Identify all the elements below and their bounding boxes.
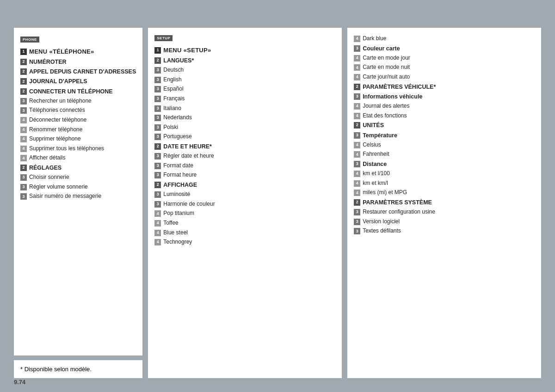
item-text: CONNECTER UN TÉLÉPHONE [29, 88, 113, 95]
list-item: 3Régler date et heure [154, 153, 335, 160]
item-text: Etat des fonctions [363, 112, 407, 120]
item-text: Format date [163, 162, 193, 170]
item-text: Déconnecter téléphone [29, 116, 86, 124]
list-item: 4Déconnecter téléphone [20, 116, 136, 124]
item-text: Version logiciel [363, 218, 400, 226]
level-badge: 2 [154, 57, 161, 64]
level-badge: 3 [154, 163, 161, 169]
list-item: 4km et km/l [354, 180, 535, 187]
level-badge: 3 [154, 115, 161, 121]
list-item: 3Température [354, 132, 535, 139]
middle-menu: 1MENU «SETUP»2LANGUES*3Deutsch3English3E… [154, 47, 335, 248]
page-number: 9.74 [14, 379, 25, 386]
level-badge: 3 [154, 105, 161, 112]
list-item: 2UNITÉS [354, 122, 535, 129]
item-text: LANGUES* [163, 57, 194, 64]
item-text: Blue steel [163, 229, 188, 237]
list-item: 2LANGUES* [154, 57, 335, 64]
level-badge: 3 [154, 86, 161, 92]
level-badge: 4 [154, 239, 161, 245]
list-item: 2CONNECTER UN TÉLÉPHONE [20, 88, 136, 95]
item-text: Supprimer tous les téléphones [29, 145, 104, 153]
list-item: 4Supprimer tous les téléphones [20, 145, 136, 153]
item-text: MENU «TÉLÉPHONE» [29, 48, 94, 56]
list-item: 2PARAMÈTRES SYSTÈME [354, 199, 535, 206]
level-badge: 4 [154, 230, 161, 236]
item-text: Restaurer configuration usine [363, 208, 435, 216]
left-menu: 1MENU «TÉLÉPHONE»2NUMÉROTER2APPEL DEPUIS… [20, 48, 136, 200]
item-text: Température [363, 132, 397, 139]
list-item: 4km et l/100 [354, 170, 535, 178]
footnote-box: * Disponible selon modèle. [14, 360, 142, 378]
level-badge: 4 [354, 103, 360, 110]
level-badge: 3 [354, 93, 360, 100]
level-badge: 4 [354, 142, 360, 148]
level-badge: 4 [354, 171, 360, 177]
list-item: 3Rechercher un téléphone [20, 98, 136, 105]
level-badge: 3 [154, 191, 161, 198]
list-item: 3Restaurer configuration usine [354, 208, 535, 216]
list-item: 4Dark blue [354, 35, 535, 43]
list-item: 4miles (mi) et MPG [354, 189, 535, 196]
page-container: PHONE 1MENU «TÉLÉPHONE»2NUMÉROTER2APPEL … [0, 0, 555, 392]
level-badge: 4 [20, 146, 27, 152]
item-text: Technogrey [163, 239, 192, 246]
right-column: 4Dark blue3Couleur carte4Carte en mode j… [347, 28, 541, 378]
level-badge: 2 [354, 199, 360, 206]
item-text: Afficher détails [29, 154, 66, 162]
item-text: Saisir numéro de messagerie [29, 193, 101, 200]
list-item: 3Italiano [154, 105, 335, 112]
level-badge: 3 [354, 132, 360, 139]
list-item: 3Harmonie de couleur [154, 201, 335, 208]
level-badge: 3 [154, 77, 161, 83]
list-item: 2PARAMÈTRES VÉHICULE* [354, 83, 535, 91]
level-badge: 4 [354, 113, 360, 119]
item-text: Rechercher un téléphone [29, 98, 92, 105]
level-badge: 4 [154, 220, 161, 227]
item-text: PARAMÈTRES VÉHICULE* [363, 83, 436, 91]
item-text: Informations véhicule [363, 93, 422, 100]
item-text: English [163, 76, 181, 84]
item-text: Carte en mode nuit [363, 64, 410, 71]
level-badge: 2 [154, 143, 161, 150]
item-text: Français [163, 95, 185, 103]
item-text: PARAMÈTRES SYSTÈME [363, 199, 432, 206]
item-text: DATE ET HEURE* [163, 143, 212, 150]
item-text: Journal des alertes [363, 103, 409, 110]
level-badge: 3 [154, 67, 161, 74]
level-badge: 4 [354, 74, 360, 80]
list-item: 2DATE ET HEURE* [154, 143, 335, 150]
level-badge: 4 [354, 55, 360, 61]
item-text: AFFICHAGE [163, 181, 197, 189]
item-text: Choisir sonnerie [29, 174, 69, 181]
item-text: Harmonie de couleur [163, 201, 215, 208]
item-text: miles (mi) et MPG [363, 189, 407, 196]
left-column-wrapper: PHONE 1MENU «TÉLÉPHONE»2NUMÉROTER2APPEL … [14, 28, 142, 378]
item-text: Régler volume sonnerie [29, 184, 88, 191]
list-item: 1MENU «SETUP» [154, 47, 335, 55]
item-text: Portuguese [163, 133, 191, 141]
list-item: 3Distance [354, 160, 535, 168]
list-item: 3Informations véhicule [354, 93, 535, 100]
item-text: Pop titanium [163, 210, 194, 217]
item-text: Nederlands [163, 114, 191, 122]
level-badge: 4 [354, 64, 360, 71]
item-text: Couleur carte [363, 45, 400, 52]
list-item: 3Choisir sonnerie [20, 174, 136, 181]
item-text: Español [163, 86, 183, 93]
list-item: 3Polski [154, 124, 335, 131]
list-item: 3Format heure [154, 172, 335, 179]
list-item: 3Español [154, 86, 335, 93]
list-item: 4Toffee [154, 220, 335, 227]
level-badge: 3 [154, 201, 161, 208]
list-item: 4Blue steel [154, 229, 335, 237]
item-text: APPEL DEPUIS CARNET D'ADRESSES [29, 68, 136, 75]
item-text: km et km/l [363, 180, 388, 187]
list-item: 4Supprimer téléphone [20, 135, 136, 143]
item-text: Textes défilants [363, 227, 401, 235]
right-menu: 4Dark blue3Couleur carte4Carte en mode j… [354, 35, 535, 237]
level-badge: 3 [20, 174, 27, 181]
level-badge: 3 [354, 209, 360, 215]
item-text: Italiano [163, 105, 181, 112]
level-badge: 1 [20, 49, 27, 55]
